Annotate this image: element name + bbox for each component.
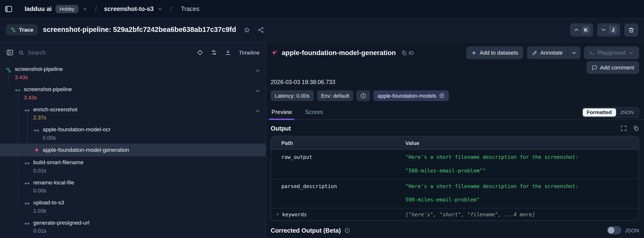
model-badge[interactable]: apple-foundation-models (374, 90, 449, 101)
org-name[interactable]: ladduu ai (24, 5, 52, 12)
trace-icon (10, 27, 16, 33)
format-json-option[interactable]: JSON (616, 108, 638, 117)
sparkle-icon (33, 146, 40, 154)
main-content: Timeline screenshot-pipeline 3.43s (0, 42, 644, 238)
expand-icon[interactable] (620, 125, 627, 131)
tree-item-span[interactable]: rename-local-file 0.00s (0, 177, 266, 197)
chevron-down-icon[interactable] (158, 6, 163, 12)
env-badge: Env: default (317, 90, 353, 101)
playground-button[interactable]: Playground (584, 46, 639, 59)
app: ladduu ai Hobby / screenshot-to-s3 / Tra… (0, 0, 644, 238)
id-label: ID (408, 50, 414, 56)
top-bar: ladduu ai Hobby / screenshot-to-s3 / Tra… (0, 0, 644, 18)
format-toggle: Formatted JSON (581, 107, 639, 118)
tree-item-span[interactable]: enrich-screenshot 2.37s (0, 104, 266, 124)
tree-toolbar: Timeline (0, 42, 266, 63)
column-header-value: Value (405, 140, 419, 146)
chevron-down-icon[interactable] (255, 108, 261, 114)
tree-item-selected[interactable]: apple-foundation-model-generation (0, 144, 266, 156)
chevron-down-icon[interactable] (82, 6, 88, 12)
info-badge[interactable] (356, 90, 370, 101)
tree-item-label: screenshot-pipeline (24, 86, 72, 92)
row-path: raw_output (271, 154, 405, 174)
terminal-icon (589, 50, 595, 56)
add-to-datasets-button[interactable]: Add to datasets (466, 46, 523, 59)
tab-preview[interactable]: Preview (270, 109, 293, 120)
tree-item-span[interactable]: build-smart-filename 0.01s (0, 156, 266, 177)
output-table: Path Value raw_output "Here's a short fi… (270, 136, 639, 221)
output-section: Output Path Value (266, 120, 644, 221)
search-input[interactable] (28, 49, 81, 56)
add-to-datasets-label: Add to datasets (480, 50, 518, 56)
delete-button[interactable] (624, 23, 638, 36)
tree-item-duration: 3.43s (15, 74, 63, 80)
tree-item-duration: 0.01s (33, 228, 89, 234)
next-run-button[interactable]: J (597, 23, 620, 36)
value-line: "Here's a short filename description for… (405, 154, 633, 160)
chevron-down-icon[interactable] (255, 88, 261, 94)
timeline-toggle[interactable]: Timeline (239, 49, 260, 55)
tree-item-duration: 3.43s (24, 94, 72, 101)
annotate-dropdown-button[interactable] (568, 46, 580, 59)
add-comment-button[interactable]: Add comment (586, 61, 639, 74)
row-value: ["here's", "short", "filename", ...4 mor… (405, 211, 639, 218)
sidebar-toggle-icon[interactable] (5, 5, 13, 13)
table-row: raw_output "Here's a short filename desc… (271, 150, 639, 179)
tree-item-span[interactable]: generate-presigned-url 0.01s (0, 217, 266, 237)
run-title: apple-foundation-model-generation (282, 49, 396, 57)
json-toggle-switch[interactable] (607, 226, 622, 235)
tree-guide-line (8, 74, 9, 85)
plan-badge: Hobby (55, 5, 78, 13)
playground-label: Playground (598, 50, 626, 56)
json-toggle-label: JSON (625, 227, 639, 233)
share-icon[interactable] (258, 26, 264, 33)
info-icon[interactable] (344, 227, 350, 233)
table-row: parsed_description "Here's a short filen… (271, 179, 639, 208)
tree-item-label: apple-foundation-model-generation (43, 147, 129, 153)
run-timestamp: 2026-03-03 19:38:06.733 (266, 74, 644, 85)
filter-sliders-icon[interactable] (211, 49, 218, 56)
tree-item-span[interactable]: screenshot-pipeline 3.43s (0, 83, 266, 104)
annotate-split-button: Annotate (527, 46, 580, 59)
value-line: "Here's a short filename description for… (405, 183, 633, 190)
table-row[interactable]: keywords ["here's", "short", "filename",… (271, 208, 639, 221)
copy-id-button[interactable]: ID (401, 50, 414, 56)
tree-item-duration: 2.37s (33, 114, 77, 121)
model-badge-label: apple-foundation-models (378, 93, 436, 99)
star-icon[interactable] (244, 26, 250, 33)
trace-nav-group: K J (570, 23, 638, 36)
tree-item-label: enrich-screenshot (33, 106, 77, 112)
format-formatted-option[interactable]: Formatted (582, 108, 616, 117)
run-detail-panel: apple-foundation-model-generation ID Add… (266, 42, 644, 238)
copy-icon[interactable] (633, 125, 639, 131)
chevron-down-icon[interactable] (255, 68, 261, 74)
keycap-k: K (582, 26, 590, 34)
column-header-path: Path (271, 140, 405, 146)
collapse-panel-icon[interactable] (6, 49, 14, 56)
span-arrows-icon (24, 220, 31, 227)
annotate-button[interactable]: Annotate (527, 46, 568, 59)
download-icon[interactable] (225, 49, 231, 56)
trace-title: screenshot-pipeline: 529a2bfc7242bea6be6… (43, 25, 236, 34)
tree-item-span[interactable]: apple-foundation-model-ocr 0.00s (0, 124, 266, 144)
trace-header: Trace screenshot-pipeline: 529a2bfc7242b… (0, 18, 644, 42)
chevron-down-icon (571, 50, 577, 56)
annotate-label: Annotate (540, 50, 562, 56)
tree-item-root-trace[interactable]: screenshot-pipeline 3.43s (0, 63, 266, 83)
chevron-right-icon[interactable] (275, 212, 280, 217)
plus-circle-icon (439, 93, 445, 99)
breadcrumb-project[interactable]: screenshot-to-s3 (104, 5, 154, 12)
crosshair-icon[interactable] (197, 49, 204, 56)
breadcrumb-separator: / (170, 4, 172, 13)
value-line: 500-miles-email-problem" (405, 197, 633, 203)
sparkle-icon (270, 49, 278, 56)
tree-item-span[interactable]: upload-to-s3 1.03s (0, 197, 266, 217)
breadcrumb-section[interactable]: Traces (181, 5, 200, 12)
row-path: parsed_description (271, 183, 405, 203)
chevron-up-icon (573, 27, 580, 33)
corrected-output-section: Corrected Output (Beta) JSON (266, 221, 644, 235)
search-box[interactable] (18, 49, 81, 56)
prev-run-button[interactable]: K (570, 23, 593, 36)
value-line: "500-miles-email-problem"" (405, 167, 633, 174)
tab-scores[interactable]: Scores (304, 109, 324, 120)
